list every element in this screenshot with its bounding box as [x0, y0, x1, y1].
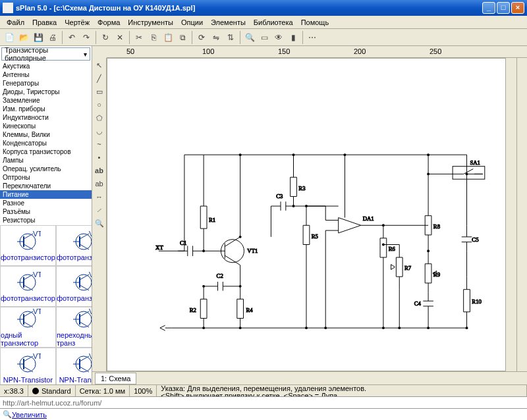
paste-button[interactable]: 📋: [161, 31, 175, 44]
svg-line-40: [24, 367, 33, 372]
arc-tool[interactable]: ◡: [94, 125, 105, 137]
status-snap: Сетка: 1.0 мм: [76, 385, 130, 396]
category-item[interactable]: Заземление: [0, 96, 92, 105]
category-item[interactable]: Клеммы, Вилки: [0, 130, 92, 139]
menu-edit[interactable]: Правка: [28, 17, 61, 28]
dimension-tool[interactable]: ↔: [94, 191, 105, 203]
text-tool[interactable]: ab: [94, 165, 105, 176]
copy-button[interactable]: ⎘: [147, 31, 160, 44]
svg-text:VT0: VT0: [89, 271, 92, 278]
zoom-tool[interactable]: 🔍: [94, 217, 105, 229]
svg-point-73: [292, 205, 295, 207]
label-tool[interactable]: ab: [94, 178, 105, 190]
bezier-tool[interactable]: ~: [94, 138, 105, 150]
palette-item[interactable]: VT0NPN-Transistor: [0, 348, 56, 384]
category-item[interactable]: Изм. приборы: [0, 105, 92, 113]
svg-point-80: [202, 327, 205, 329]
redo-button[interactable]: ↷: [80, 31, 93, 44]
browser-status: http://art-helmut.ucoz.ru/forum/: [0, 396, 527, 408]
close-button[interactable]: ×: [511, 2, 524, 14]
undo-button[interactable]: ↶: [65, 31, 78, 44]
svg-point-87: [466, 327, 468, 329]
menu-help[interactable]: Помощь: [297, 17, 333, 28]
zoom-button[interactable]: 🔍: [243, 31, 256, 44]
duplicate-button[interactable]: ⧉: [176, 31, 189, 44]
minimize-button[interactable]: _: [482, 2, 495, 14]
zoom-link[interactable]: Увеличить: [12, 411, 47, 419]
flip-h-button[interactable]: ⇋: [209, 31, 223, 44]
category-item[interactable]: Резисторы: [0, 216, 92, 224]
menu-options[interactable]: Опции: [177, 17, 207, 28]
measure-tool[interactable]: ⟋: [94, 204, 105, 216]
menu-tools[interactable]: Инструменты: [124, 17, 177, 28]
refresh-button[interactable]: ↻: [99, 31, 112, 44]
menu-form[interactable]: Форма: [94, 17, 124, 28]
svg-line-33: [80, 311, 89, 317]
menu-library[interactable]: Библиотека: [250, 17, 297, 28]
settings-button[interactable]: ⋯: [306, 31, 319, 44]
titlebar: sPlan 5.0 - [c:\Схема Дистошн на ОУ К140…: [0, 0, 527, 16]
palette-item[interactable]: VT0NPN-Transistor: [56, 348, 92, 384]
svg-line-15: [24, 275, 33, 280]
scrollbar-vertical[interactable]: [516, 58, 527, 371]
palette-item[interactable]: VT0фототранзистор: [56, 266, 92, 307]
palette-item[interactable]: VT0фототранзистор: [0, 225, 56, 266]
delete-button[interactable]: ✕: [113, 31, 126, 44]
category-list[interactable]: АкустикаАнтенныГенераторыДиоды, Тиристор…: [0, 62, 92, 225]
category-item[interactable]: Переключатели: [0, 182, 92, 190]
svg-text:R6: R6: [389, 246, 396, 252]
menu-drawing[interactable]: Чертёж: [61, 17, 94, 28]
palette-item[interactable]: VT0фототранзистор: [0, 266, 56, 307]
node-tool[interactable]: •: [94, 151, 105, 163]
flip-v-button[interactable]: ⇅: [224, 31, 237, 44]
menu-elements[interactable]: Элементы: [207, 17, 250, 28]
circle-tool[interactable]: ○: [94, 99, 105, 111]
svg-text:VT0: VT0: [33, 352, 41, 360]
category-item[interactable]: Индуктивности: [0, 113, 92, 122]
palette-item[interactable]: VT0одный транзистор: [0, 307, 56, 348]
category-item[interactable]: Разное: [0, 199, 92, 207]
open-button[interactable]: 📂: [17, 31, 30, 44]
schematic: XT C1 R1 VT1 C2: [107, 59, 505, 371]
svg-line-10: [80, 244, 89, 249]
category-item[interactable]: Антенны: [0, 70, 92, 79]
print-button[interactable]: 🖨: [46, 31, 59, 44]
category-item[interactable]: Акустика: [0, 62, 92, 70]
rotate-button[interactable]: ⟳: [195, 31, 208, 44]
library-combo[interactable]: Транзисторы биполярные: [1, 47, 90, 61]
maximize-button[interactable]: □: [497, 2, 510, 14]
menu-file[interactable]: Файл: [3, 17, 28, 28]
svg-text:C4: C4: [414, 300, 422, 307]
category-item[interactable]: Корпуса транзисторов: [0, 147, 92, 156]
palette-item[interactable]: VT0переходный транз: [56, 307, 92, 348]
category-item[interactable]: Питание: [0, 190, 92, 199]
line-tool[interactable]: ╱: [94, 72, 105, 84]
save-button[interactable]: 💾: [32, 31, 45, 44]
binoculars-button[interactable]: 👁: [272, 31, 285, 44]
status-grid: Standard: [42, 387, 71, 395]
category-item[interactable]: Разъёмы: [0, 207, 92, 216]
palette-item[interactable]: VT0фототранзистор: [56, 225, 92, 266]
svg-line-45: [80, 356, 89, 361]
zoom-bar: 🔍 Увеличить: [0, 408, 527, 420]
category-item[interactable]: Диоды, Тиристоры: [0, 88, 92, 96]
category-item[interactable]: Оптроны: [0, 173, 92, 182]
cut-button[interactable]: ✂: [132, 31, 146, 44]
svg-text:VT0: VT0: [89, 352, 92, 360]
pointer-tool[interactable]: ↖: [94, 59, 105, 71]
category-item[interactable]: Конденсаторы: [0, 139, 92, 147]
component-button[interactable]: ▮: [287, 31, 300, 44]
new-button[interactable]: 📄: [3, 31, 16, 44]
sheet-tab-1[interactable]: 1: Схема: [95, 373, 136, 384]
category-item[interactable]: Кинескопы: [0, 122, 92, 130]
category-item[interactable]: Лампы: [0, 156, 92, 165]
rect-tool[interactable]: ▭: [94, 86, 105, 97]
poly-tool[interactable]: ⬠: [94, 112, 105, 124]
category-item[interactable]: Генераторы: [0, 79, 92, 88]
svg-point-91: [427, 153, 430, 156]
svg-point-84: [382, 327, 385, 329]
canvas[interactable]: XT C1 R1 VT1 C2: [107, 58, 506, 371]
page-button[interactable]: ▭: [258, 31, 271, 44]
svg-text:VT0: VT0: [33, 307, 41, 315]
category-item[interactable]: Операц. усилитель: [0, 165, 92, 173]
